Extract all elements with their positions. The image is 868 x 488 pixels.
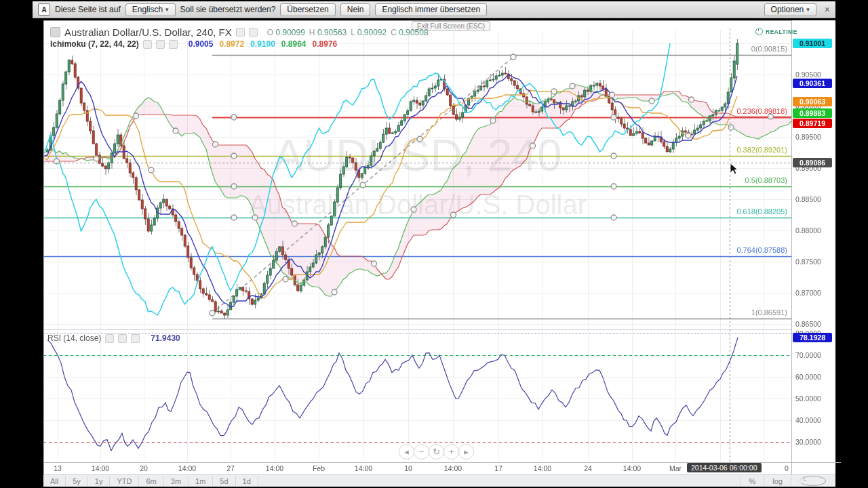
rsi-tick: 50.0000: [795, 394, 821, 403]
realtime-label: REALTIME: [766, 28, 797, 35]
symbol-button-1[interactable]: [236, 28, 245, 37]
zoom-out-button[interactable]: −: [414, 444, 429, 460]
reset-view-button[interactable]: ↻: [429, 444, 444, 460]
time-label: 14:00: [534, 464, 551, 472]
price-axis-badge: 0.89719: [793, 119, 832, 128]
range-button-5y[interactable]: 5y: [66, 476, 88, 487]
no-button[interactable]: Nein: [340, 3, 371, 16]
fib-level-label: 0.5(0.88703): [745, 176, 787, 184]
rsi-header: RSI (14, close) 71.9430: [47, 333, 180, 343]
fib-level-label: 1(0.86591): [751, 308, 787, 317]
scale-group: % log: [741, 476, 835, 487]
ohlc-values: O 0.90099H 0.90563L 0.90092C 0.90508: [267, 28, 429, 37]
price-tick: 0.90500: [795, 70, 821, 79]
rsi-tick: 40.0000: [795, 416, 821, 424]
zoom-in-button[interactable]: +: [443, 444, 459, 460]
translate-message: Diese Seite ist auf: [55, 5, 121, 14]
symbol-header: Australian Dollar/U.S. Dollar, 240, FX O…: [50, 26, 429, 38]
log-scale-button[interactable]: log: [764, 476, 791, 487]
time-label: 14:00: [623, 464, 641, 472]
fib-level-label: 0.236(0.89818): [736, 107, 787, 115]
options-dropdown-label: Optionen: [771, 5, 804, 14]
rsi-tick: 60.0000: [795, 373, 821, 381]
indicator-settings-button[interactable]: [156, 40, 165, 49]
range-button-3m[interactable]: 3m: [164, 476, 189, 487]
language-dropdown-label: Englisch: [132, 5, 163, 14]
fib-level-label: 0.764(0.87588): [736, 246, 787, 254]
ohlc-key: H: [309, 28, 315, 37]
rsi-hide-button[interactable]: [105, 334, 114, 343]
rsi-settings-button[interactable]: [118, 334, 127, 343]
time-label: 17: [494, 464, 502, 472]
ohlc-pair: H 0.90563: [309, 28, 347, 37]
price-axis-badge: 0.89086: [793, 158, 832, 167]
time-label: 0: [785, 464, 789, 472]
price-tick: 0.89500: [795, 133, 821, 141]
indicator-hide-button[interactable]: [143, 40, 152, 49]
range-group: All5y1yYTD6m3m1m5d1d: [43, 476, 258, 487]
time-label: 20: [140, 464, 148, 472]
session-clock-wrap: [791, 476, 835, 486]
translate-button[interactable]: Übersetzen: [280, 3, 335, 16]
rsi-delete-button[interactable]: [131, 334, 140, 343]
language-dropdown[interactable]: Englisch ▾: [125, 3, 176, 16]
range-button-all[interactable]: All: [43, 476, 66, 487]
options-dropdown[interactable]: Optionen ▾: [764, 3, 816, 16]
time-label: 14:00: [178, 464, 196, 472]
percent-scale-button[interactable]: %: [741, 476, 764, 487]
range-button-ytd[interactable]: YTD: [110, 476, 139, 487]
price-tick: 0.88500: [795, 195, 821, 203]
scroll-left-button[interactable]: ◂: [399, 444, 414, 460]
ichimoku-label: Ichimoku (7, 22, 44, 22): [50, 39, 139, 49]
chart-title: Australian Dollar/U.S. Dollar, 240, FX: [64, 26, 232, 38]
time-label: 14:00: [92, 464, 109, 472]
ohlc-value: 0.90508: [399, 28, 428, 37]
time-label: 14:00: [355, 464, 372, 472]
ohlc-value: 0.90099: [275, 28, 304, 37]
ohlc-key: L: [351, 28, 355, 37]
symbol-icon: [50, 27, 60, 37]
range-button-1y[interactable]: 1y: [88, 476, 111, 487]
rsi-tick: 30.0000: [795, 438, 821, 446]
fib-level-label: 0(0.90815): [751, 45, 787, 53]
ichimoku-header: Ichimoku (7, 22, 44, 22) 0.90050.89720.9…: [50, 39, 337, 49]
chart-app: [43, 20, 835, 487]
chevron-down-icon: ▾: [165, 6, 169, 13]
ohlc-key: O: [267, 28, 273, 37]
translate-icon: A: [38, 3, 50, 16]
clock-icon[interactable]: [800, 476, 826, 486]
rsi-tick: 70.0000: [795, 351, 821, 359]
price-axis-badge: 0.91001: [793, 39, 832, 48]
range-button-1m[interactable]: 1m: [189, 476, 213, 487]
close-icon[interactable]: ×: [825, 5, 830, 14]
price-tick: 0.87000: [795, 289, 821, 297]
realtime-badge: REALTIME: [755, 28, 797, 35]
price-axis-badge: 0.90063: [793, 97, 832, 106]
rsi-value: 71.9430: [151, 333, 180, 343]
indicator-delete-button[interactable]: [169, 40, 178, 49]
range-button-1d[interactable]: 1d: [236, 476, 258, 487]
ohlc-pair: O 0.90099: [267, 28, 305, 37]
screen: A Diese Seite ist auf Englisch ▾ Soll si…: [0, 0, 868, 488]
crosshair-time-badge: 2014-03-06 06:00:00: [687, 463, 762, 472]
bottom-toolbar: All5y1yYTD6m3m1m5d1d % log: [43, 474, 835, 487]
time-label: Feb: [313, 464, 325, 472]
range-button-5d[interactable]: 5d: [213, 476, 235, 487]
ohlc-key: C: [391, 28, 397, 37]
symbol-button-2[interactable]: [249, 28, 258, 37]
time-label: Mar: [669, 464, 682, 472]
clock-icon: [755, 28, 763, 35]
rsi-axis-badge: 78.1928: [793, 333, 832, 342]
scroll-right-button[interactable]: ▸: [458, 444, 474, 460]
translate-bar: A Diese Seite ist auf Englisch ▾ Soll si…: [33, 1, 835, 18]
ohlc-value: 0.90563: [317, 28, 347, 37]
range-button-6m[interactable]: 6m: [139, 476, 163, 487]
ichimoku-value: 0.8972: [219, 39, 244, 49]
price-tick: 0.87500: [795, 258, 821, 266]
ichimoku-value: 0.8976: [313, 39, 338, 49]
chevron-down-icon: ▾: [806, 6, 810, 13]
always-translate-button[interactable]: Englisch immer übersetzen: [375, 3, 487, 16]
ohlc-pair: C 0.90508: [391, 28, 428, 37]
price-tick: 0.88000: [795, 226, 821, 235]
translate-question: Soll sie übersetzt werden?: [180, 5, 276, 14]
